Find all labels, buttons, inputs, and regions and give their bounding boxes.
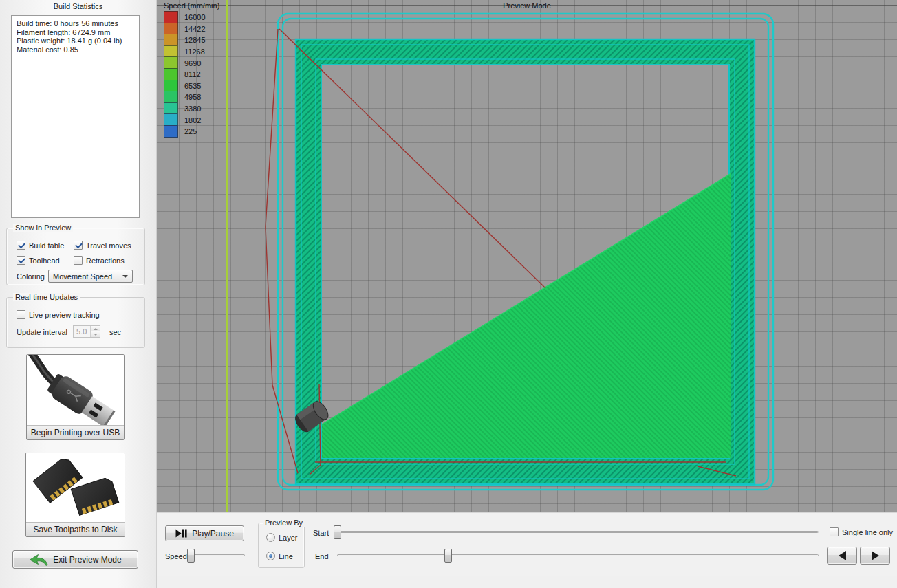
toolhead-checkbox[interactable] [17, 256, 25, 265]
legend-swatch [164, 113, 178, 126]
legend-entry: 8112 [164, 69, 219, 80]
speed-label: Speed: [165, 552, 189, 560]
legend-entry: 9690 [164, 57, 219, 69]
checkbox-travel-moves[interactable]: Travel moves [74, 241, 131, 250]
single-line-checkbox[interactable] [830, 527, 839, 536]
legend-entry: 1802 [164, 114, 219, 126]
legend-entry: 3380 [164, 103, 219, 115]
end-slider-track[interactable] [337, 554, 819, 556]
realtime-updates-title: Real-time Updates [13, 293, 80, 301]
radio-line[interactable]: Line [266, 552, 293, 560]
step-back-button[interactable] [827, 547, 857, 565]
play-pause-icon [175, 529, 187, 538]
preview-by-group: Preview By Layer Line [258, 523, 305, 568]
toolpath-scene [157, 0, 897, 512]
update-interval-label: Update interval [17, 328, 67, 336]
legend-entry: 12845 [164, 34, 219, 46]
retractions-checkbox[interactable] [74, 256, 83, 265]
legend-swatch [164, 102, 178, 115]
end-slider-handle[interactable] [444, 549, 452, 563]
live-preview-label: Live preview tracking [29, 311, 100, 319]
start-slider-handle[interactable] [334, 525, 341, 539]
start-slider-track[interactable] [337, 531, 819, 533]
infill-region [322, 173, 731, 458]
step-forward-button[interactable] [860, 547, 890, 565]
preview-by-title: Preview By [263, 519, 305, 527]
build-table-checkbox[interactable] [17, 241, 25, 250]
gcode-preview-viewport[interactable]: Preview Mode [157, 0, 897, 512]
legend-swatch [164, 11, 178, 23]
update-interval-value: 5.0 [74, 327, 90, 336]
exit-preview-mode-label: Exit Preview Mode [53, 555, 121, 565]
speed-legend-title: Speed (mm/min) [164, 1, 219, 10]
layer-radio[interactable] [266, 533, 275, 542]
show-in-preview-group: Show in Preview Build table Travel moves… [6, 228, 145, 285]
speed-slider-handle[interactable] [187, 549, 195, 563]
line-radio-label: Line [279, 552, 293, 560]
save-toolpaths-label: Save Toolpaths to Disk [26, 522, 125, 536]
legend-swatch [164, 80, 178, 92]
checkbox-live-preview[interactable]: Live preview tracking [17, 310, 100, 319]
line-radio[interactable] [266, 552, 275, 560]
spinner-down-icon[interactable] [91, 331, 100, 337]
chevron-down-icon [122, 275, 128, 278]
speed-legend: Speed (mm/min) 16000 14422 12845 11268 9… [164, 1, 219, 138]
legend-entry: 6535 [164, 80, 219, 92]
build-table-label: Build table [29, 241, 64, 250]
legend-entry: 4958 [164, 91, 219, 103]
single-line-label: Single line only [842, 528, 893, 536]
legend-swatch [164, 125, 178, 138]
coloring-dropdown-value: Movement Speed [53, 272, 112, 281]
begin-printing-usb-button[interactable]: Begin Printing over USB [26, 354, 125, 440]
layer-radio-label: Layer [279, 534, 298, 542]
back-arrow-icon [839, 551, 846, 560]
coloring-label: Coloring [17, 272, 45, 281]
end-slider[interactable] [337, 549, 819, 563]
travel-moves-label: Travel moves [86, 241, 131, 250]
speed-slider[interactable] [187, 549, 245, 563]
checkbox-build-table[interactable]: Build table [17, 241, 64, 250]
forward-arrow-icon [872, 551, 879, 560]
play-pause-button[interactable]: Play/Pause [165, 525, 244, 541]
build-statistics-box: Build time: 0 hours 56 minutes Filament … [11, 15, 140, 218]
legend-swatch [164, 45, 178, 58]
spinner-buttons[interactable] [90, 326, 100, 337]
legend-entry: 11268 [164, 46, 219, 58]
preview-sidebar: Build Statistics Build time: 0 hours 56 … [0, 0, 157, 588]
exit-preview-mode-button[interactable]: Exit Preview Mode [12, 550, 138, 569]
update-interval-spinner[interactable]: 5.0 [73, 325, 100, 338]
checkbox-single-line[interactable]: Single line only [830, 527, 893, 536]
legend-swatch [164, 68, 178, 80]
legend-swatch [164, 23, 178, 35]
end-label: End [315, 552, 329, 560]
save-toolpaths-button[interactable]: Save Toolpaths to Disk [25, 453, 125, 537]
green-back-arrow-icon [29, 554, 48, 566]
play-pause-label: Play/Pause [192, 529, 234, 538]
checkbox-toolhead[interactable]: Toolhead [17, 256, 60, 265]
start-label: Start [313, 529, 329, 537]
checkbox-retractions[interactable]: Retractions [74, 256, 125, 265]
speed-slider-track[interactable] [187, 554, 245, 556]
realtime-updates-group: Real-time Updates Live preview tracking … [6, 297, 145, 348]
live-preview-checkbox[interactable] [17, 310, 25, 319]
legend-entry: 16000 [164, 12, 219, 23]
toolhead-label: Toolhead [29, 257, 60, 265]
sd-cards-image [26, 453, 125, 522]
coloring-dropdown[interactable]: Movement Speed [48, 270, 133, 283]
travel-moves-checkbox[interactable] [74, 241, 83, 250]
legend-swatch [164, 56, 178, 69]
spinner-up-icon[interactable] [91, 326, 100, 331]
legend-swatch [164, 91, 178, 103]
begin-printing-usb-label: Begin Printing over USB [27, 425, 124, 439]
legend-swatch [164, 34, 178, 46]
build-statistics-title: Build Statistics [0, 2, 156, 10]
legend-entry: 225 [164, 126, 219, 138]
retractions-label: Retractions [86, 257, 125, 265]
radio-layer[interactable]: Layer [266, 533, 298, 542]
playback-toolbar: Play/Pause Speed: Preview By Layer Line … [157, 512, 897, 576]
usb-cable-image [27, 355, 124, 425]
show-in-preview-title: Show in Preview [13, 224, 73, 232]
start-slider[interactable] [337, 525, 819, 539]
legend-entry: 14422 [164, 23, 219, 35]
update-interval-unit: sec [109, 328, 121, 336]
